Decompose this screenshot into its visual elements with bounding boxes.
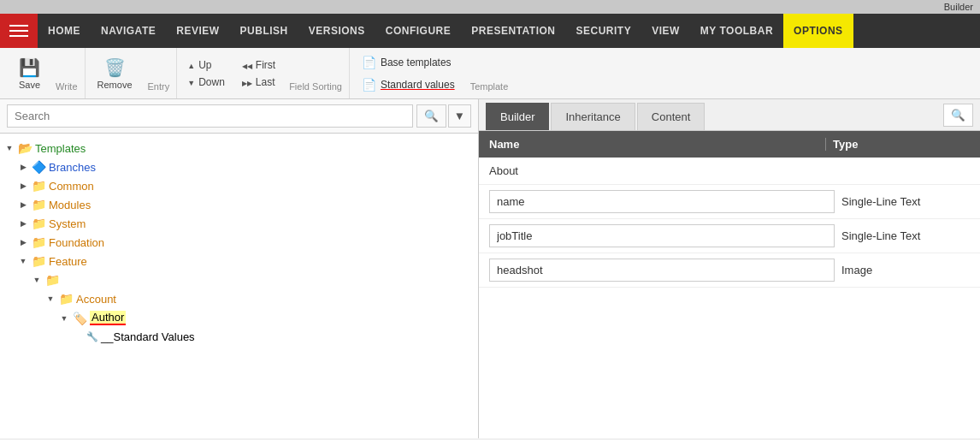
save-button[interactable]: 💾 Save	[14, 54, 45, 93]
table-row: Image	[479, 253, 980, 288]
tree-item-feature-folder[interactable]: ▼ 📁	[27, 271, 478, 289]
tree-item-standard-values[interactable]: 🔧 __Standard Values	[68, 328, 478, 346]
up-icon	[187, 59, 195, 71]
toggle-modules[interactable]: ▶	[17, 199, 29, 211]
tree-item-system[interactable]: ▶ 📁 System	[14, 214, 478, 233]
toggle-system[interactable]: ▶	[17, 217, 29, 229]
tab-content[interactable]: Content	[637, 103, 705, 130]
toggle-foundation[interactable]: ▶	[17, 236, 29, 248]
table-row: Single-Line Text	[479, 219, 980, 253]
tree-item-common[interactable]: ▶ 📁 Common	[14, 176, 478, 195]
author-label: Author	[90, 311, 126, 325]
tab-search-button[interactable]: 🔍	[943, 104, 973, 127]
modules-label: Modules	[49, 199, 91, 211]
account-label: Account	[76, 293, 116, 306]
toggle-templates[interactable]: ▼	[3, 142, 15, 154]
nav-security[interactable]: SECURITY	[566, 14, 642, 48]
tab-inheritance[interactable]: Inheritance	[551, 103, 635, 130]
builder-bar: Builder	[0, 0, 980, 14]
remove-button[interactable]: 🗑️ Remove	[92, 54, 138, 93]
standard-values-tree-icon: 🔧	[86, 331, 98, 342]
toggle-account[interactable]: ▼	[44, 293, 56, 305]
first-label: First	[256, 59, 275, 71]
search-input[interactable]	[7, 104, 413, 128]
remove-label: Remove	[97, 80, 133, 90]
nav-configure[interactable]: CONFIGURE	[375, 14, 462, 48]
entry-group-label: Entry	[148, 81, 170, 95]
foundation-icon: 📁	[32, 235, 46, 249]
toggle-feature-folder[interactable]: ▼	[31, 274, 43, 286]
search-button[interactable]: 🔍	[416, 104, 446, 128]
nav-mytoolbar[interactable]: MY TOOLBAR	[690, 14, 783, 48]
nav-review[interactable]: REVIEW	[166, 14, 229, 48]
system-label: System	[49, 217, 86, 230]
nav-bar: HOME NAVIGATE REVIEW PUBLISH VERSIONS CO…	[0, 14, 980, 48]
nav-home[interactable]: HOME	[38, 14, 91, 48]
toggle-common[interactable]: ▶	[17, 180, 29, 192]
save-icon: 💾	[19, 57, 40, 78]
nav-publish[interactable]: PUBLISH	[230, 14, 298, 48]
table-row: Single-Line Text	[479, 185, 980, 219]
nav-versions[interactable]: VERSIONS	[298, 14, 375, 48]
header-type: Type	[833, 138, 970, 151]
nav-navigate[interactable]: NAVIGATE	[91, 14, 166, 48]
base-templates-button[interactable]: 📄 Base templates	[357, 53, 460, 72]
builder-label: Builder	[944, 2, 973, 12]
headshot-type: Image	[841, 264, 970, 276]
name-field[interactable]	[489, 190, 835, 213]
nav-view[interactable]: VIEW	[641, 14, 690, 48]
tree-item-account[interactable]: ▼ 📁 Account	[41, 289, 478, 308]
modules-icon: 📁	[32, 198, 46, 211]
base-templates-label: Base templates	[381, 56, 452, 68]
standard-values-tree-label: __Standard Values	[101, 330, 195, 343]
up-label: Up	[198, 59, 211, 71]
table-header: Name Type	[479, 131, 980, 158]
toggle-branches[interactable]: ▶	[17, 161, 29, 173]
save-label: Save	[19, 80, 40, 90]
templates-icon: 📂	[18, 141, 32, 155]
header-name: Name	[489, 138, 818, 151]
nav-items: HOME NAVIGATE REVIEW PUBLISH VERSIONS CO…	[38, 14, 980, 48]
template-group-label: Template	[470, 81, 509, 95]
up-down-group: Up Down	[184, 57, 228, 90]
section-about: About	[479, 158, 980, 185]
tree-item-author[interactable]: ▼ 🏷️ Author	[55, 308, 478, 328]
standard-values-button[interactable]: 📄 Standard values	[357, 75, 460, 94]
base-templates-icon: 📄	[362, 56, 376, 69]
main-layout: 🔍 ▼ ▼ 📂 Templates ▶ 🔷 Branches ▶ 📁 Commo…	[0, 99, 980, 438]
name-type: Single-Line Text	[841, 195, 970, 208]
nav-options[interactable]: OPTIONS	[783, 14, 853, 48]
hamburger-button[interactable]	[0, 14, 38, 48]
remove-icon: 🗑️	[104, 57, 126, 78]
search-dropdown-button[interactable]: ▼	[448, 104, 471, 128]
jobtitle-type: Single-Line Text	[841, 229, 970, 242]
first-last-group: First Last	[239, 57, 279, 90]
first-button[interactable]: First	[239, 57, 279, 73]
last-button[interactable]: Last	[239, 74, 279, 90]
tree-item-modules[interactable]: ▶ 📁 Modules	[14, 195, 478, 214]
down-button[interactable]: Down	[184, 74, 228, 90]
branches-label: Branches	[49, 161, 96, 174]
headshot-field[interactable]	[489, 259, 835, 282]
account-icon: 📁	[59, 292, 74, 306]
tree-item-branches[interactable]: ▶ 🔷 Branches	[14, 158, 478, 176]
feature-label: Feature	[49, 255, 87, 268]
up-button[interactable]: Up	[184, 57, 228, 73]
tree-item-templates[interactable]: ▼ 📂 Templates	[0, 139, 478, 158]
nav-presentation[interactable]: PRESENTATION	[461, 14, 565, 48]
tree-item-feature[interactable]: ▼ 📁 Feature	[14, 252, 478, 271]
table-body: About Single-Line Text Single-Line Text …	[479, 158, 980, 438]
toggle-author[interactable]: ▼	[58, 312, 70, 324]
tree-container: ▼ 📂 Templates ▶ 🔷 Branches ▶ 📁 Common ▶ …	[0, 134, 478, 438]
tab-builder[interactable]: Builder	[486, 103, 549, 130]
common-icon: 📁	[32, 179, 46, 193]
tree-item-foundation[interactable]: ▶ 📁 Foundation	[14, 233, 478, 252]
feature-folder-icon: 📁	[45, 273, 60, 287]
common-label: Common	[49, 180, 94, 193]
toggle-feature[interactable]: ▼	[17, 255, 29, 267]
jobtitle-field[interactable]	[489, 224, 835, 247]
template-group: 📄 Base templates 📄 Standard values Templ…	[350, 48, 515, 98]
field-sorting-group: Up Down First Last Field Sorting	[177, 48, 350, 98]
right-panel: Builder Inheritance Content 🔍 Name Type …	[479, 99, 980, 438]
down-icon	[187, 76, 195, 88]
